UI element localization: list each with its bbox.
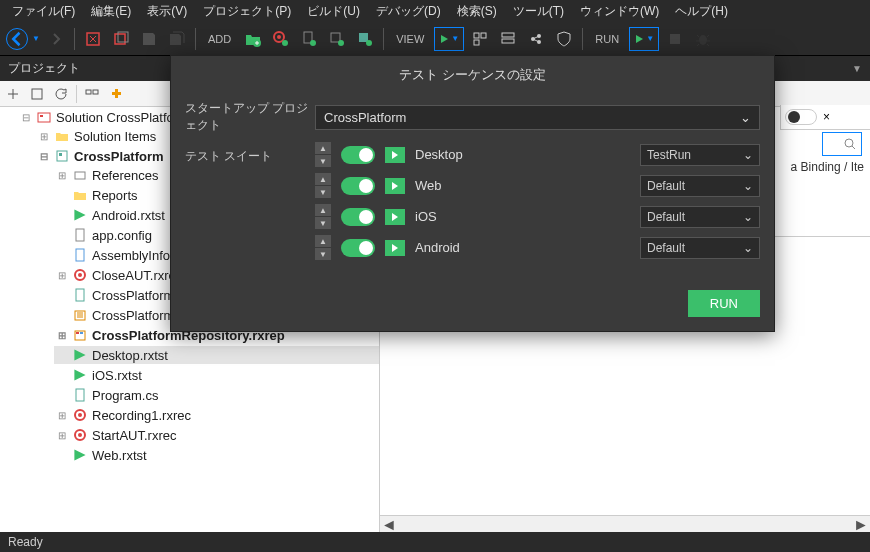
move-down-button[interactable]: ▼: [315, 248, 331, 260]
suite-name: iOS: [415, 209, 630, 224]
shield-icon[interactable]: [552, 27, 576, 51]
suite-row: ▲▼ iOS Default⌄: [315, 204, 760, 229]
suite-toggle[interactable]: [341, 177, 375, 195]
view-icon-2[interactable]: [496, 27, 520, 51]
search-box[interactable]: [822, 132, 862, 156]
suite-toggle[interactable]: [341, 146, 375, 164]
tree-item[interactable]: CrossPlatform: [92, 308, 174, 323]
ptb-puzzle-icon[interactable]: [107, 85, 125, 103]
tree-item[interactable]: iOS.rxtst: [92, 368, 142, 383]
scroll-left-icon[interactable]: ◄: [380, 516, 398, 534]
svg-rect-13: [474, 33, 479, 38]
menu-help[interactable]: ヘルプ(H): [667, 3, 736, 20]
tree-item[interactable]: Solution Items: [74, 129, 156, 144]
ptb-refresh-icon[interactable]: [52, 85, 70, 103]
svg-point-22: [699, 35, 707, 45]
tree-item[interactable]: Recording1.rxrec: [92, 408, 191, 423]
menu-debug[interactable]: デバッグ(D): [368, 3, 449, 20]
svg-rect-23: [32, 89, 42, 99]
svg-rect-26: [38, 113, 50, 122]
svg-rect-35: [76, 289, 84, 301]
move-up-button[interactable]: ▲: [315, 204, 331, 216]
tree-item[interactable]: AssemblyInfo: [92, 248, 170, 263]
move-down-button[interactable]: ▼: [315, 155, 331, 167]
svg-rect-14: [481, 33, 486, 38]
svg-rect-15: [474, 40, 479, 45]
nav-forward-button[interactable]: [44, 27, 68, 51]
move-down-button[interactable]: ▼: [315, 186, 331, 198]
ptb-collapse-icon[interactable]: [4, 85, 22, 103]
add-record-button[interactable]: [269, 27, 293, 51]
menu-search[interactable]: 検索(S): [449, 3, 505, 20]
svg-rect-16: [502, 33, 514, 37]
tree-item[interactable]: Web.rxtst: [92, 448, 147, 463]
tb-icon-2[interactable]: [109, 27, 133, 51]
binding-toggle[interactable]: [785, 109, 817, 125]
suite-config-select[interactable]: TestRun⌄: [640, 144, 760, 166]
tree-item[interactable]: CrossPlatform: [74, 149, 164, 164]
suite-config-select[interactable]: Default⌄: [640, 237, 760, 259]
tree-item[interactable]: References: [92, 168, 158, 183]
tree-item[interactable]: Reports: [92, 188, 138, 203]
test-suites-label: テスト スイート: [185, 142, 315, 266]
tree-item[interactable]: StartAUT.rxrec: [92, 428, 177, 443]
suite-name: Android: [415, 240, 630, 255]
binding-label: ×: [823, 110, 830, 124]
view-icon-1[interactable]: [468, 27, 492, 51]
add-module-button[interactable]: [325, 27, 349, 51]
bug-icon[interactable]: [691, 27, 715, 51]
suite-config-select[interactable]: Default⌄: [640, 175, 760, 197]
svg-point-6: [282, 40, 288, 46]
menu-build[interactable]: ビルド(U): [299, 3, 368, 20]
menu-project[interactable]: プロジェクト(P): [195, 3, 299, 20]
suite-name: Web: [415, 178, 630, 193]
tb-icon-1[interactable]: [81, 27, 105, 51]
ptb-show-all-icon[interactable]: [83, 85, 101, 103]
suite-toggle[interactable]: [341, 239, 375, 257]
tree-item[interactable]: app.config: [92, 228, 152, 243]
tree-item[interactable]: CrossPlatform: [92, 288, 174, 303]
chevron-down-icon: ⌄: [743, 210, 753, 224]
menu-edit[interactable]: 編集(E): [83, 3, 139, 20]
move-up-button[interactable]: ▲: [315, 235, 331, 247]
stop-button[interactable]: [663, 27, 687, 51]
suite-config-select[interactable]: Default⌄: [640, 206, 760, 228]
menu-tools[interactable]: ツール(T): [505, 3, 572, 20]
scroll-right-icon[interactable]: ►: [852, 516, 870, 534]
chevron-down-icon: ⌄: [743, 148, 753, 162]
startup-project-select[interactable]: CrossPlatform⌄: [315, 105, 760, 130]
suite-toggle[interactable]: [341, 208, 375, 226]
save-button[interactable]: [137, 27, 161, 51]
move-up-button[interactable]: ▲: [315, 173, 331, 185]
svg-point-8: [310, 40, 316, 46]
add-folder-button[interactable]: [241, 27, 265, 51]
run-play-button[interactable]: ▼: [629, 27, 659, 51]
menu-window[interactable]: ウィンドウ(W): [572, 3, 667, 20]
add-doc-button[interactable]: [297, 27, 321, 51]
play-icon: [385, 147, 405, 163]
svg-rect-21: [670, 34, 680, 44]
view-play-button[interactable]: ▼: [434, 27, 464, 51]
add-repo-button[interactable]: [353, 27, 377, 51]
view-icon-3[interactable]: [524, 27, 548, 51]
ptb-properties-icon[interactable]: [28, 85, 46, 103]
tree-item[interactable]: Desktop.rxtst: [92, 348, 168, 363]
run-button[interactable]: RUN: [688, 290, 760, 317]
menu-view[interactable]: 表示(V): [139, 3, 195, 20]
move-up-button[interactable]: ▲: [315, 142, 331, 154]
tree-item[interactable]: CloseAUT.rxrec: [92, 268, 182, 283]
panel-dropdown-icon[interactable]: ▼: [852, 63, 862, 74]
tree-item[interactable]: Android.rxtst: [92, 208, 165, 223]
svg-rect-27: [40, 115, 43, 117]
svg-point-5: [277, 35, 281, 39]
project-panel-title: プロジェクト: [8, 60, 80, 77]
nav-back-button[interactable]: [6, 28, 28, 50]
move-down-button[interactable]: ▼: [315, 217, 331, 229]
tree-item[interactable]: Program.cs: [92, 388, 158, 403]
tree-root[interactable]: Solution CrossPlatform: [56, 110, 189, 125]
save-all-button[interactable]: [165, 27, 189, 51]
svg-rect-38: [76, 332, 79, 334]
horizontal-scrollbar[interactable]: ◄ ►: [380, 515, 870, 533]
play-icon: [385, 209, 405, 225]
menu-file[interactable]: ファイル(F): [4, 3, 83, 20]
